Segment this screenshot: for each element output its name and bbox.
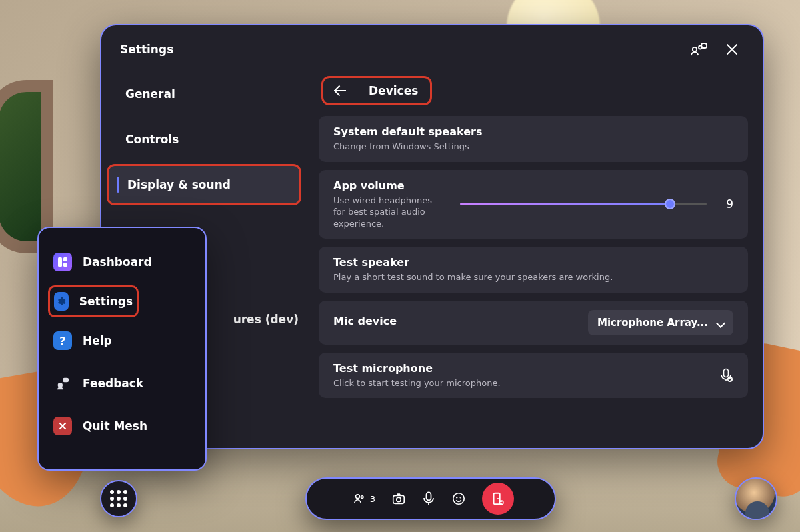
volume-value: 9 bbox=[720, 197, 733, 211]
svg-rect-12 bbox=[393, 495, 405, 503]
card-title: System default speakers bbox=[333, 125, 733, 138]
svg-point-15 bbox=[453, 493, 465, 505]
card-app-volume: App volume Use wired headphones for best… bbox=[319, 170, 748, 239]
popup-item-label: Feedback bbox=[83, 377, 143, 390]
sidebar-item-label: ures (dev) bbox=[233, 313, 299, 326]
reactions-button[interactable] bbox=[451, 491, 466, 506]
camera-button[interactable] bbox=[391, 491, 406, 506]
window-title: Settings bbox=[120, 43, 677, 56]
svg-rect-14 bbox=[427, 493, 431, 501]
card-subtitle: Click to start testing your microphone. bbox=[333, 377, 705, 389]
grid-icon bbox=[110, 490, 127, 507]
card-test-speaker[interactable]: Test speaker Play a short test sound to … bbox=[319, 247, 748, 293]
dropdown-value: Microphone Array... bbox=[597, 317, 708, 329]
sidebar-item-display-sound[interactable]: Display & sound bbox=[107, 164, 301, 205]
popup-item-settings[interactable]: Settings bbox=[48, 285, 139, 317]
slider-thumb[interactable] bbox=[665, 199, 675, 209]
sidebar-item-general[interactable]: General bbox=[107, 73, 301, 115]
card-subtitle: Use wired headphones for best spatial au… bbox=[333, 195, 447, 230]
popup-item-label: Quit Mesh bbox=[83, 419, 147, 433]
sidebar-item-label: Display & sound bbox=[127, 178, 231, 191]
participants-button[interactable]: 3 bbox=[353, 492, 375, 505]
svg-rect-2 bbox=[701, 43, 707, 48]
back-button[interactable] bbox=[331, 86, 349, 95]
popup-item-feedback[interactable]: Feedback bbox=[48, 364, 196, 403]
settings-content: Devices System default speakers Change f… bbox=[319, 73, 752, 436]
card-mic-device: Mic device Microphone Array... bbox=[319, 301, 748, 345]
card-subtitle: Play a short test sound to make sure you… bbox=[333, 271, 733, 283]
apps-button[interactable] bbox=[100, 480, 137, 517]
window-header: Settings bbox=[101, 25, 763, 73]
card-subtitle: Change from Windows Settings bbox=[333, 141, 733, 153]
user-avatar[interactable] bbox=[735, 477, 777, 520]
sidebar-item-label: General bbox=[125, 87, 175, 101]
content-header: Devices bbox=[319, 73, 748, 108]
arrow-left-icon bbox=[334, 90, 346, 91]
popup-item-quit[interactable]: Quit Mesh bbox=[48, 407, 196, 445]
svg-rect-18 bbox=[494, 493, 500, 505]
chevron-down-icon bbox=[716, 319, 724, 327]
participants-icon[interactable] bbox=[687, 37, 711, 61]
card-title: Mic device bbox=[333, 315, 575, 327]
leave-button[interactable] bbox=[482, 483, 514, 515]
feedback-icon bbox=[53, 374, 72, 393]
gear-icon bbox=[54, 292, 69, 311]
menu-popup: Dashboard Settings ? Help Feedback Quit … bbox=[37, 227, 207, 471]
svg-rect-7 bbox=[63, 263, 67, 267]
mic-device-dropdown[interactable]: Microphone Array... bbox=[588, 310, 733, 335]
volume-slider[interactable] bbox=[460, 203, 707, 205]
popup-item-dashboard[interactable]: Dashboard bbox=[48, 243, 196, 281]
close-button[interactable] bbox=[720, 37, 744, 61]
slider-track[interactable] bbox=[460, 203, 707, 205]
card-test-microphone[interactable]: Test microphone Click to start testing y… bbox=[319, 353, 748, 399]
svg-point-19 bbox=[497, 498, 499, 499]
svg-rect-5 bbox=[58, 257, 62, 267]
card-title: Test speaker bbox=[333, 256, 733, 269]
svg-point-16 bbox=[457, 497, 457, 498]
participants-count: 3 bbox=[370, 494, 375, 504]
microphone-button[interactable] bbox=[422, 491, 435, 506]
dashboard-icon bbox=[53, 253, 72, 271]
svg-rect-3 bbox=[724, 369, 729, 377]
popup-item-help[interactable]: ? Help bbox=[48, 321, 196, 360]
card-title: Test microphone bbox=[333, 362, 705, 375]
microphone-check-icon bbox=[719, 368, 733, 383]
card-system-speakers[interactable]: System default speakers Change from Wind… bbox=[319, 116, 748, 162]
svg-point-17 bbox=[460, 497, 461, 498]
sidebar-item-controls[interactable]: Controls bbox=[107, 119, 301, 160]
close-icon bbox=[53, 417, 72, 435]
svg-point-11 bbox=[361, 496, 363, 499]
popup-item-label: Settings bbox=[79, 295, 133, 308]
svg-point-10 bbox=[355, 495, 359, 499]
popup-item-label: Help bbox=[83, 334, 112, 347]
content-title: Devices bbox=[369, 84, 418, 97]
svg-point-13 bbox=[397, 497, 401, 501]
svg-rect-6 bbox=[63, 257, 67, 261]
sidebar-item-label: Controls bbox=[125, 133, 179, 146]
svg-rect-9 bbox=[63, 378, 69, 382]
bottom-toolbar: 3 bbox=[305, 477, 556, 520]
card-title: App volume bbox=[333, 179, 447, 192]
help-icon: ? bbox=[53, 331, 72, 350]
devices-header-box: Devices bbox=[321, 76, 432, 105]
popup-item-label: Dashboard bbox=[83, 255, 152, 269]
svg-point-0 bbox=[693, 47, 697, 51]
